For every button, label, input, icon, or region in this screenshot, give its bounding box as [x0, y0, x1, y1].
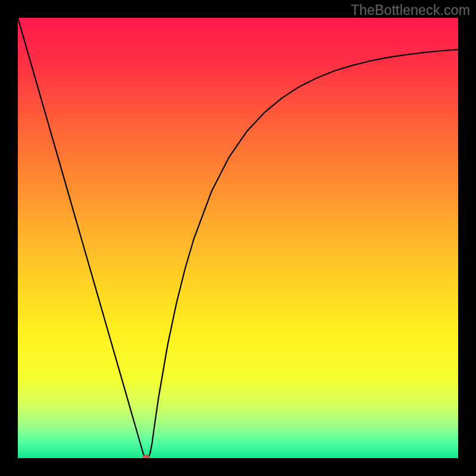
chart-container: TheBottleneck.com — [0, 0, 476, 476]
chart-svg — [18, 18, 458, 458]
attribution-label: TheBottleneck.com — [351, 2, 470, 18]
plot-area — [18, 18, 458, 458]
gradient-background — [18, 18, 458, 458]
